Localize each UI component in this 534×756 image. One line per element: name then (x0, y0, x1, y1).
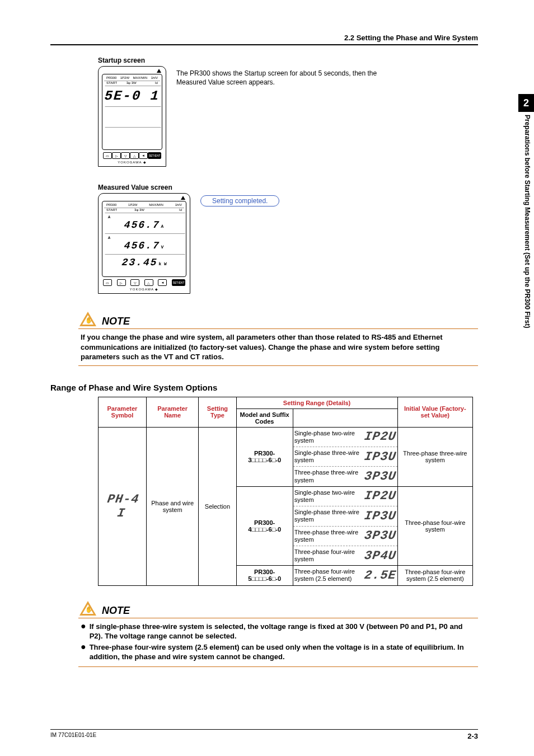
device-model: PR300 (106, 76, 116, 79)
options-subheading: Range of Phase and Wire System Options (50, 383, 478, 392)
device-button: SET/ENT (148, 152, 161, 159)
lcd-line: A 456.7V (103, 233, 185, 254)
bullet-icon: ● (81, 622, 86, 641)
td-initial: Three-phase four-wire system (2.5 elemen… (397, 566, 472, 585)
th-setting-type: Setting Type (199, 397, 236, 427)
device-button: ▽ (121, 152, 130, 159)
lcd-line: 5E-0 1 (103, 86, 161, 106)
side-caption: Preparations before Starting Measurement… (523, 115, 531, 328)
measured-screen-label: Measured Value screen (98, 184, 378, 191)
device-measured: PR300 1P2W MAX/MIN 1hIV START 3φ 3W Id A… (98, 193, 190, 294)
note-block: ✋ NOTE ●If single-phase three-wire syste… (78, 600, 478, 667)
device-button: △ (130, 152, 139, 159)
th-parameter-symbol: Parameter Symbol (99, 397, 147, 427)
td-type: Selection (199, 427, 236, 585)
note-block: ✋ NOTE If you change the phase and wire … (78, 311, 478, 366)
td-model: PR300-5□□□□-6□-0 (236, 566, 293, 585)
note-title: NOTE (102, 605, 130, 617)
note-body: ●If single-phase three-wire system is se… (78, 618, 478, 666)
warning-hand-icon: ✋ (78, 311, 97, 327)
td-range-group: Single-phase two-wire systemIP2U Single-… (293, 427, 397, 486)
td-model: PR300-3□□□□-6□-0 (236, 427, 293, 486)
td-initial: Three-phase four-wire system (397, 486, 472, 566)
warning-hand-icon: ✋ (78, 600, 97, 617)
warning-icon (181, 196, 185, 200)
chapter-tab: 2 (518, 94, 534, 112)
footer-page-num: 2-3 (467, 732, 478, 740)
bullet-icon: ● (81, 642, 86, 662)
lcd-line: A 456.7A (103, 213, 185, 233)
td-range-group: Three-phase four-wire system (2.5 elemen… (293, 566, 397, 585)
th-setting-range: Setting Range (Details) (236, 397, 397, 408)
td-name: Phase and wire system (146, 427, 199, 585)
td-symbol: PH-4 I (99, 427, 147, 585)
td-model: PR300-4□□□□-6□-0 (236, 486, 293, 566)
device-button: ▷ (112, 152, 121, 159)
lcd-line: 23.45k W (103, 254, 185, 275)
td-initial: Three-phase three-wire system (397, 427, 472, 486)
device-startup: PR300 1P2W MAX/MIN 1hIV START 3φ 3W Id 5… (98, 66, 166, 167)
startup-screen-label: Startup screen (98, 57, 378, 64)
warning-icon (157, 69, 161, 73)
note-body: If you change the phase and wire system,… (78, 329, 478, 365)
th-initial-value: Initial Value (Factory-set Value) (397, 397, 472, 427)
startup-desc: The PR300 shows the Startup screen for a… (176, 66, 378, 87)
device-brand: YOKOGAWA ◆ (102, 160, 162, 164)
note-title: NOTE (102, 316, 130, 327)
footer-doc-id: IM 77C01E01-01E (50, 732, 96, 740)
page-footer: IM 77C01E01-01E 2-3 (50, 729, 478, 740)
device-button: ▭ (103, 152, 112, 159)
th-model: Model and Suffix Codes (236, 408, 293, 427)
td-range-group: Single-phase two-wire systemIP2U Single-… (293, 486, 397, 566)
options-table: Parameter Symbol Parameter Name Setting … (98, 397, 473, 586)
setting-completed-badge: Setting completed. (200, 195, 279, 206)
th-parameter-name: Parameter Name (146, 397, 199, 427)
section-header: 2.2 Setting the Phase and Wire System (50, 34, 478, 45)
device-button: ◄ (139, 152, 148, 159)
